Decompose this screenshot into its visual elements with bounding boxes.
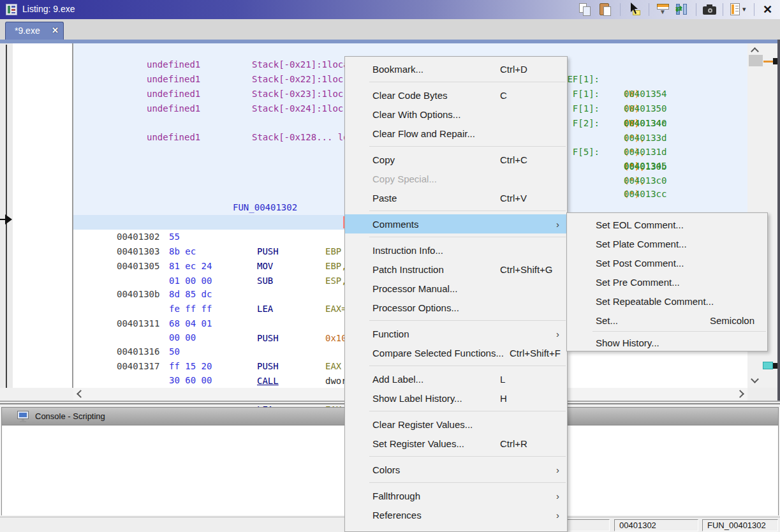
menu-separator [369,237,566,237]
menu-item-clear-with-options[interactable]: Clear With Options... [345,105,567,124]
scrollbar-marker-black [773,363,777,369]
toolbar-separator [649,3,649,16]
submenu-arrow-icon: › [556,510,559,521]
menu-item-show-history[interactable]: Show History... [567,333,767,352]
listing-row[interactable]: undefined1Stack[-0x21]:1local_21 XREF[1]… [73,43,747,57]
menu-separator [592,331,766,332]
dropdown-caret-icon: ▾ [742,5,746,13]
scrollbar-marker-orange [763,61,773,63]
submenu-arrow-icon: › [556,219,559,230]
listing-panel-right-border [777,40,780,402]
menu-separator [369,146,566,147]
menu-item-fallthrough[interactable]: Fallthrough › [345,486,567,505]
status-cell-empty [565,519,610,531]
listing-overview-column [13,43,72,388]
menu-separator [369,211,566,211]
menu-item-set-plate-comment[interactable]: Set Plate Comment... [567,234,767,253]
cursor-arrow-icon [626,1,642,17]
menu-item-set-register-values[interactable]: Set Register Values... Ctrl+R [345,434,567,453]
tab-bar: *9.exe ✕ [0,19,780,40]
menu-item-clear-flow-and-repair[interactable]: Clear Flow and Repair... [345,124,567,143]
display-options-button[interactable]: ▾ [728,1,750,18]
cursor-highlight-button[interactable] [626,1,644,18]
menu-item-copy-special: Copy Special... [345,169,567,188]
menu-item-set-pre-comment[interactable]: Set Pre Comment... [567,272,767,292]
snapshot-button[interactable] [702,1,719,18]
menu-separator [369,366,566,366]
titlebar[interactable]: Listing: 9.exe ▼ ⇄ [0,0,780,19]
menu-item-patch-instruction[interactable]: Patch Instruction Ctrl+Shift+G [345,260,567,279]
vertical-scrollbar-thumb[interactable] [749,55,763,66]
toolbar-separator [696,3,696,16]
menu-item-paste[interactable]: Paste Ctrl+V [345,188,567,207]
menu-item-add-label[interactable]: Add Label... L [345,369,567,388]
down-arrow-icon: ▼ [659,8,666,15]
menu-separator [369,320,566,321]
toolbar-separator [620,3,621,16]
menu-item-colors[interactable]: Colors › [345,460,567,479]
toolbar-separator [754,3,754,16]
menu-item-function[interactable]: Function › [345,324,567,343]
paste-button[interactable] [598,1,615,18]
tab-label: *9.exe [15,26,40,36]
toolbar-separator [723,3,723,16]
copy-button[interactable] [577,1,595,18]
menu-item-set-eol-comment[interactable]: Set EOL Comment... [567,215,767,234]
menu-separator [369,411,566,411]
menu-item-processor-options[interactable]: Processor Options... [345,298,567,317]
tab-9exe[interactable]: *9.exe ✕ [5,22,64,40]
menu-item-bookmark[interactable]: Bookmark... Ctrl+D [345,59,567,78]
menu-item-instruction-info[interactable]: Instruction Info... [345,240,567,260]
close-button[interactable]: ✕ [759,1,777,18]
menu-separator [369,482,566,483]
menu-item-copy[interactable]: Copy Ctrl+C [345,150,567,169]
diff-view-button[interactable]: ⇄ [673,1,691,18]
tab-close-icon[interactable]: ✕ [52,26,59,35]
console-panel-title: Console - Scripting [35,411,105,421]
menu-item-set-comment[interactable]: Set... Semicolon [567,311,767,330]
listing-window-icon [6,4,17,15]
menu-item-show-label-history[interactable]: Show Label History... H [345,388,567,408]
submenu-arrow-icon: › [556,491,559,501]
context-menu: Bookmark... Ctrl+D Clear Code Bytes C Cl… [344,56,568,532]
menu-item-comments[interactable]: Comments › [345,214,567,233]
window-title: Listing: 9.exe [22,4,75,14]
menu-item-references[interactable]: References › [345,505,567,524]
menu-item-compare-selected-functions[interactable]: Compare Selected Functions... Ctrl+Shift… [345,343,567,362]
close-icon: ✕ [763,3,772,17]
scrollbar-marker-cyan [763,362,773,369]
submenu-arrow-icon: › [556,464,559,475]
status-address: 00401302 [614,519,698,531]
comments-submenu: Set EOL Comment... Set Plate Comment... … [566,212,768,351]
ghidra-listing-window: { "window": { "title": "Listing: 9.exe",… [0,0,780,532]
menu-separator [369,456,566,457]
status-function: FUN_00401302 [702,519,778,531]
menu-item-set-post-comment[interactable]: Set Post Comment... [567,253,767,272]
listing-toolbar: ▼ ⇄ ▾ ✕ [571,1,778,18]
menu-item-clear-code-bytes[interactable]: Clear Code Bytes C [345,85,567,105]
menu-separator [369,82,566,82]
submenu-arrow-icon: › [556,329,559,339]
menu-item-set-repeatable-comment[interactable]: Set Repeatable Comment... [567,292,767,311]
expand-data-button[interactable]: ▼ [655,1,673,18]
menu-item-clear-register-values[interactable]: Clear Register Values... [345,415,567,434]
menu-item-processor-manual[interactable]: Processor Manual... [345,279,567,298]
diff-arrows-icon: ⇄ [675,4,682,13]
console-icon [17,411,29,419]
